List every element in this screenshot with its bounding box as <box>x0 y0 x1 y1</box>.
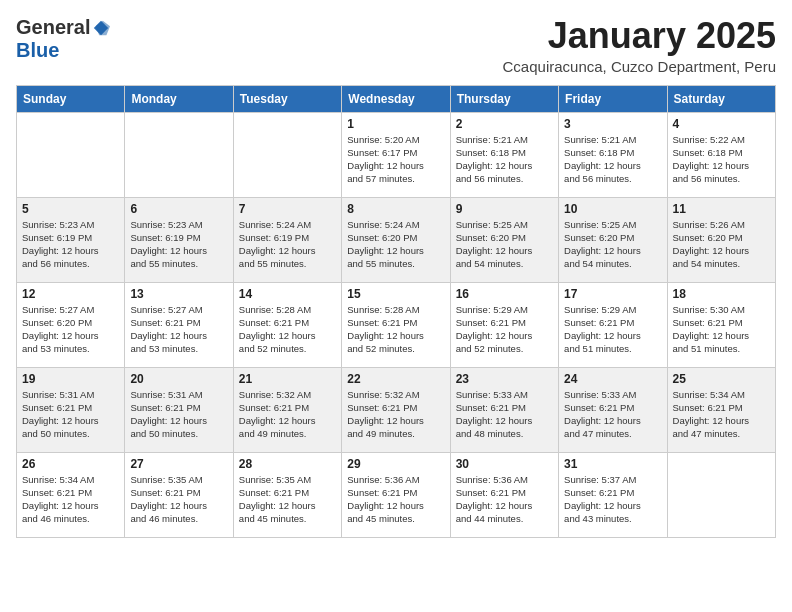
day-info: Sunrise: 5:28 AM Sunset: 6:21 PM Dayligh… <box>347 303 444 356</box>
day-info: Sunrise: 5:23 AM Sunset: 6:19 PM Dayligh… <box>130 218 227 271</box>
weekday-header-saturday: Saturday <box>667 85 775 112</box>
day-info: Sunrise: 5:37 AM Sunset: 6:21 PM Dayligh… <box>564 473 661 526</box>
day-info: Sunrise: 5:23 AM Sunset: 6:19 PM Dayligh… <box>22 218 119 271</box>
calendar-cell: 4Sunrise: 5:22 AM Sunset: 6:18 PM Daylig… <box>667 112 775 197</box>
day-number: 11 <box>673 202 770 216</box>
day-number: 28 <box>239 457 336 471</box>
calendar-cell: 27Sunrise: 5:35 AM Sunset: 6:21 PM Dayli… <box>125 452 233 537</box>
calendar-cell: 12Sunrise: 5:27 AM Sunset: 6:20 PM Dayli… <box>17 282 125 367</box>
calendar-cell: 13Sunrise: 5:27 AM Sunset: 6:21 PM Dayli… <box>125 282 233 367</box>
week-row-3: 12Sunrise: 5:27 AM Sunset: 6:20 PM Dayli… <box>17 282 776 367</box>
day-info: Sunrise: 5:27 AM Sunset: 6:20 PM Dayligh… <box>22 303 119 356</box>
calendar-cell: 25Sunrise: 5:34 AM Sunset: 6:21 PM Dayli… <box>667 367 775 452</box>
day-number: 23 <box>456 372 553 386</box>
logo-general-text: General <box>16 16 90 39</box>
day-number: 30 <box>456 457 553 471</box>
calendar-cell: 7Sunrise: 5:24 AM Sunset: 6:19 PM Daylig… <box>233 197 341 282</box>
weekday-header-friday: Friday <box>559 85 667 112</box>
weekday-header-wednesday: Wednesday <box>342 85 450 112</box>
day-info: Sunrise: 5:21 AM Sunset: 6:18 PM Dayligh… <box>564 133 661 186</box>
day-info: Sunrise: 5:33 AM Sunset: 6:21 PM Dayligh… <box>564 388 661 441</box>
day-info: Sunrise: 5:29 AM Sunset: 6:21 PM Dayligh… <box>456 303 553 356</box>
calendar-cell: 10Sunrise: 5:25 AM Sunset: 6:20 PM Dayli… <box>559 197 667 282</box>
day-number: 9 <box>456 202 553 216</box>
logo-blue-text: Blue <box>16 39 59 62</box>
weekday-header-monday: Monday <box>125 85 233 112</box>
day-info: Sunrise: 5:30 AM Sunset: 6:21 PM Dayligh… <box>673 303 770 356</box>
week-row-4: 19Sunrise: 5:31 AM Sunset: 6:21 PM Dayli… <box>17 367 776 452</box>
day-info: Sunrise: 5:22 AM Sunset: 6:18 PM Dayligh… <box>673 133 770 186</box>
day-info: Sunrise: 5:32 AM Sunset: 6:21 PM Dayligh… <box>347 388 444 441</box>
day-number: 17 <box>564 287 661 301</box>
calendar-cell: 16Sunrise: 5:29 AM Sunset: 6:21 PM Dayli… <box>450 282 558 367</box>
calendar-cell: 26Sunrise: 5:34 AM Sunset: 6:21 PM Dayli… <box>17 452 125 537</box>
day-number: 16 <box>456 287 553 301</box>
day-number: 25 <box>673 372 770 386</box>
day-number: 21 <box>239 372 336 386</box>
calendar-cell: 28Sunrise: 5:35 AM Sunset: 6:21 PM Dayli… <box>233 452 341 537</box>
calendar-cell: 19Sunrise: 5:31 AM Sunset: 6:21 PM Dayli… <box>17 367 125 452</box>
week-row-2: 5Sunrise: 5:23 AM Sunset: 6:19 PM Daylig… <box>17 197 776 282</box>
day-info: Sunrise: 5:36 AM Sunset: 6:21 PM Dayligh… <box>347 473 444 526</box>
day-number: 14 <box>239 287 336 301</box>
day-info: Sunrise: 5:20 AM Sunset: 6:17 PM Dayligh… <box>347 133 444 186</box>
day-info: Sunrise: 5:24 AM Sunset: 6:19 PM Dayligh… <box>239 218 336 271</box>
weekday-header-thursday: Thursday <box>450 85 558 112</box>
day-info: Sunrise: 5:31 AM Sunset: 6:21 PM Dayligh… <box>22 388 119 441</box>
calendar-cell: 21Sunrise: 5:32 AM Sunset: 6:21 PM Dayli… <box>233 367 341 452</box>
calendar-cell: 18Sunrise: 5:30 AM Sunset: 6:21 PM Dayli… <box>667 282 775 367</box>
weekday-header-row: SundayMondayTuesdayWednesdayThursdayFrid… <box>17 85 776 112</box>
calendar-table: SundayMondayTuesdayWednesdayThursdayFrid… <box>16 85 776 538</box>
day-info: Sunrise: 5:33 AM Sunset: 6:21 PM Dayligh… <box>456 388 553 441</box>
weekday-header-sunday: Sunday <box>17 85 125 112</box>
day-number: 12 <box>22 287 119 301</box>
calendar-cell: 23Sunrise: 5:33 AM Sunset: 6:21 PM Dayli… <box>450 367 558 452</box>
day-number: 26 <box>22 457 119 471</box>
day-number: 31 <box>564 457 661 471</box>
calendar-cell: 29Sunrise: 5:36 AM Sunset: 6:21 PM Dayli… <box>342 452 450 537</box>
logo: General Blue <box>16 16 110 62</box>
calendar-cell: 31Sunrise: 5:37 AM Sunset: 6:21 PM Dayli… <box>559 452 667 537</box>
day-number: 6 <box>130 202 227 216</box>
calendar-cell: 1Sunrise: 5:20 AM Sunset: 6:17 PM Daylig… <box>342 112 450 197</box>
day-info: Sunrise: 5:35 AM Sunset: 6:21 PM Dayligh… <box>130 473 227 526</box>
calendar-cell: 22Sunrise: 5:32 AM Sunset: 6:21 PM Dayli… <box>342 367 450 452</box>
calendar-cell <box>17 112 125 197</box>
page-header: General Blue January 2025 Ccaquiracunca,… <box>16 16 776 75</box>
day-number: 15 <box>347 287 444 301</box>
day-info: Sunrise: 5:35 AM Sunset: 6:21 PM Dayligh… <box>239 473 336 526</box>
calendar-cell <box>233 112 341 197</box>
calendar-cell: 30Sunrise: 5:36 AM Sunset: 6:21 PM Dayli… <box>450 452 558 537</box>
calendar-cell: 11Sunrise: 5:26 AM Sunset: 6:20 PM Dayli… <box>667 197 775 282</box>
calendar-cell: 15Sunrise: 5:28 AM Sunset: 6:21 PM Dayli… <box>342 282 450 367</box>
day-info: Sunrise: 5:25 AM Sunset: 6:20 PM Dayligh… <box>564 218 661 271</box>
month-title: January 2025 <box>503 16 776 56</box>
day-info: Sunrise: 5:24 AM Sunset: 6:20 PM Dayligh… <box>347 218 444 271</box>
calendar-cell <box>667 452 775 537</box>
day-info: Sunrise: 5:28 AM Sunset: 6:21 PM Dayligh… <box>239 303 336 356</box>
day-number: 13 <box>130 287 227 301</box>
calendar-cell: 14Sunrise: 5:28 AM Sunset: 6:21 PM Dayli… <box>233 282 341 367</box>
calendar-cell: 9Sunrise: 5:25 AM Sunset: 6:20 PM Daylig… <box>450 197 558 282</box>
day-number: 22 <box>347 372 444 386</box>
day-info: Sunrise: 5:21 AM Sunset: 6:18 PM Dayligh… <box>456 133 553 186</box>
svg-marker-1 <box>96 20 110 34</box>
week-row-1: 1Sunrise: 5:20 AM Sunset: 6:17 PM Daylig… <box>17 112 776 197</box>
day-number: 10 <box>564 202 661 216</box>
day-info: Sunrise: 5:27 AM Sunset: 6:21 PM Dayligh… <box>130 303 227 356</box>
week-row-5: 26Sunrise: 5:34 AM Sunset: 6:21 PM Dayli… <box>17 452 776 537</box>
day-number: 27 <box>130 457 227 471</box>
calendar-cell: 6Sunrise: 5:23 AM Sunset: 6:19 PM Daylig… <box>125 197 233 282</box>
day-number: 7 <box>239 202 336 216</box>
day-info: Sunrise: 5:26 AM Sunset: 6:20 PM Dayligh… <box>673 218 770 271</box>
calendar-cell: 2Sunrise: 5:21 AM Sunset: 6:18 PM Daylig… <box>450 112 558 197</box>
day-info: Sunrise: 5:34 AM Sunset: 6:21 PM Dayligh… <box>22 473 119 526</box>
day-number: 19 <box>22 372 119 386</box>
logo-icon <box>92 19 110 37</box>
calendar-cell: 24Sunrise: 5:33 AM Sunset: 6:21 PM Dayli… <box>559 367 667 452</box>
day-number: 20 <box>130 372 227 386</box>
location-subtitle: Ccaquiracunca, Cuzco Department, Peru <box>503 58 776 75</box>
day-number: 3 <box>564 117 661 131</box>
day-info: Sunrise: 5:34 AM Sunset: 6:21 PM Dayligh… <box>673 388 770 441</box>
weekday-header-tuesday: Tuesday <box>233 85 341 112</box>
